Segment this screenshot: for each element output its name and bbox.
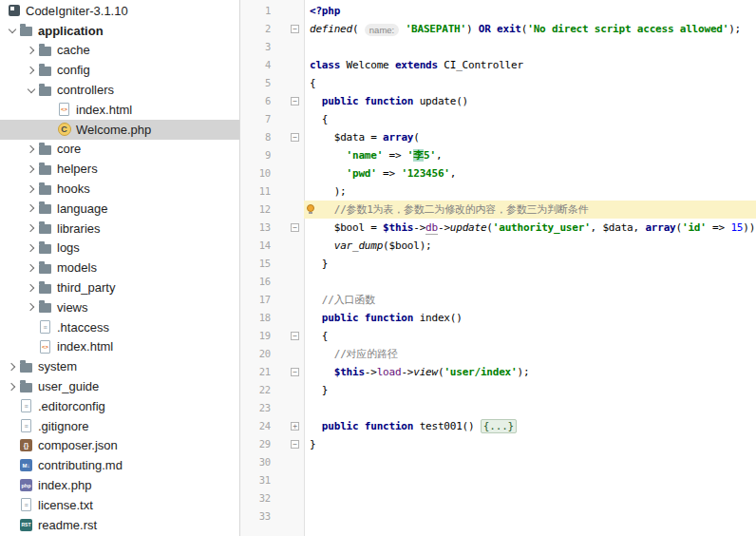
fold-marker-icon[interactable]: −	[291, 332, 299, 340]
tree-item-label: config	[57, 63, 90, 77]
tree-item-config[interactable]: config	[0, 60, 239, 80]
tree-item-core[interactable]: core	[0, 140, 239, 160]
folded-code-placeholder[interactable]: {...}	[481, 419, 517, 433]
fold-gutter	[271, 2, 304, 20]
code-line-content[interactable]	[304, 471, 756, 489]
fold-marker-icon[interactable]: −	[291, 133, 299, 142]
chevron-right-icon[interactable]	[25, 163, 37, 175]
tree-item-index-html[interactable]: <>index.html	[0, 337, 239, 357]
tree-item-readme-rst[interactable]: RSTreadme.rst	[0, 515, 239, 535]
intention-bulb-icon[interactable]	[307, 204, 314, 212]
code-line-content[interactable]: }	[304, 435, 756, 453]
line-number: 32	[240, 489, 271, 507]
code-line-content[interactable]: 'pwd' => '123456',	[304, 164, 756, 182]
fold-gutter: −	[271, 363, 304, 381]
code-line-content[interactable]: {	[304, 74, 756, 92]
tree-item-controllers[interactable]: controllers	[0, 80, 239, 100]
code-line-content[interactable]: //参数1为表，参数二为修改的内容，参数三为判断条件	[304, 201, 756, 219]
fold-marker-icon[interactable]: −	[291, 440, 299, 449]
fold-expand-icon[interactable]: +	[291, 422, 299, 431]
code-line-content[interactable]	[304, 399, 756, 417]
code-line-content[interactable]	[304, 273, 756, 291]
tree-item-third-party[interactable]: third_party	[0, 278, 239, 297]
tree-item-helpers[interactable]: helpers	[0, 159, 239, 179]
tree-item-views[interactable]: views	[0, 297, 239, 317]
line-number: 21	[240, 363, 271, 381]
code-line-content[interactable]: <?php	[304, 2, 756, 20]
fold-marker-icon[interactable]: −	[291, 223, 299, 232]
chevron-spacer	[44, 124, 56, 136]
line-number: 11	[240, 182, 271, 201]
tree-item-logs[interactable]: logs	[0, 239, 239, 258]
chevron-right-icon[interactable]	[25, 143, 37, 155]
code-line-2: 2−defined( name: 'BASEPATH') OR exit('No…	[240, 20, 756, 38]
tree-item-language[interactable]: language	[0, 199, 239, 219]
tree-item-libraries[interactable]: libraries	[0, 219, 239, 239]
code-line-content[interactable]: public function test001() {...}	[304, 417, 756, 435]
code-line-content[interactable]: }	[304, 255, 756, 273]
code-line-content[interactable]: 'name' => '李5',	[304, 146, 756, 164]
tree-item--gitignore[interactable]: ≡.gitignore	[0, 416, 239, 436]
tree-item--editorconfig[interactable]: ≡.editorconfig	[0, 396, 239, 416]
chevron-right-icon[interactable]	[25, 202, 37, 215]
chevron-right-icon[interactable]	[6, 360, 18, 373]
code-line-content[interactable]: //对应的路径	[304, 345, 756, 363]
tree-item-composer-json[interactable]: {}composer.json	[0, 436, 239, 456]
code-line-content[interactable]: $bool = $this->db->update('authority_use…	[304, 219, 756, 237]
fold-marker-icon[interactable]: −	[291, 97, 299, 105]
chevron-down-icon[interactable]	[25, 84, 37, 96]
line-number: 8	[240, 128, 271, 146]
code-line-3: 3	[240, 38, 756, 56]
tree-item-system[interactable]: system	[0, 356, 239, 376]
tree-item-index-php[interactable]: phpindex.php	[0, 475, 239, 495]
highlighted-character: 李	[413, 149, 424, 162]
chevron-right-icon[interactable]	[25, 182, 37, 195]
code-line-content[interactable]: public function update()	[304, 92, 756, 110]
code-line-content[interactable]	[304, 453, 756, 471]
tree-item-hooks[interactable]: hooks	[0, 179, 239, 199]
chevron-right-icon[interactable]	[25, 301, 37, 314]
code-line-6: 6− public function update()	[240, 92, 756, 110]
fold-gutter: −	[271, 219, 304, 237]
chevron-right-icon[interactable]	[25, 64, 37, 76]
chevron-right-icon[interactable]	[6, 380, 18, 392]
tree-item-license-txt[interactable]: ≡license.txt	[0, 495, 239, 515]
code-line-content[interactable]	[304, 507, 756, 526]
tree-item-label: .htaccess	[57, 320, 109, 335]
code-line-content[interactable]: $this->load->view('user/index');	[304, 363, 756, 381]
tree-item-application[interactable]: application	[0, 21, 239, 41]
tree-root-item[interactable]: CodeIgniter-3.1.10	[0, 1, 239, 21]
code-line-content[interactable]	[304, 489, 756, 507]
tree-item--htaccess[interactable]: ≡.htaccess	[0, 317, 239, 337]
html-icon: <>	[37, 339, 53, 354]
chevron-right-icon[interactable]	[25, 222, 37, 235]
code-line-content[interactable]: $data = array(	[304, 128, 756, 146]
line-number: 22	[240, 381, 271, 399]
tree-item-contributing-md[interactable]: M↓contributing.md	[0, 455, 239, 475]
chevron-right-icon[interactable]	[25, 44, 37, 56]
tree-item-cache[interactable]: cache	[0, 41, 239, 61]
tree-item-index-html[interactable]: <>index.html	[0, 100, 239, 120]
code-line-content[interactable]: }	[304, 381, 756, 399]
code-line-content[interactable]: {	[304, 110, 756, 128]
code-line-content[interactable]: defined( name: 'BASEPATH') OR exit('No d…	[304, 20, 756, 38]
chevron-right-icon[interactable]	[25, 241, 37, 254]
chevron-right-icon[interactable]	[25, 261, 37, 274]
tree-item-welcome-php[interactable]: CWelcome.php	[0, 120, 239, 140]
tree-item-models[interactable]: models	[0, 258, 239, 278]
chevron-right-icon[interactable]	[25, 281, 37, 294]
code-line-content[interactable]: {	[304, 327, 756, 345]
tree-item-label: controllers	[57, 83, 114, 97]
code-line-content[interactable]: );	[304, 182, 756, 201]
fold-marker-icon[interactable]: −	[291, 25, 299, 33]
code-line-content[interactable]	[304, 38, 756, 56]
code-line-content[interactable]: public function index()	[304, 309, 756, 327]
chevron-down-icon[interactable]	[6, 25, 18, 37]
code-line-content[interactable]: //入口函数	[304, 291, 756, 309]
folder-icon	[37, 83, 53, 98]
tree-item-label: user_guide	[38, 379, 99, 393]
code-line-content[interactable]: var_dump($bool);	[304, 237, 756, 255]
fold-marker-icon[interactable]: −	[291, 368, 299, 376]
tree-item-user-guide[interactable]: user_guide	[0, 376, 239, 396]
code-line-content[interactable]: class Welcome extends CI_Controller	[304, 56, 756, 74]
